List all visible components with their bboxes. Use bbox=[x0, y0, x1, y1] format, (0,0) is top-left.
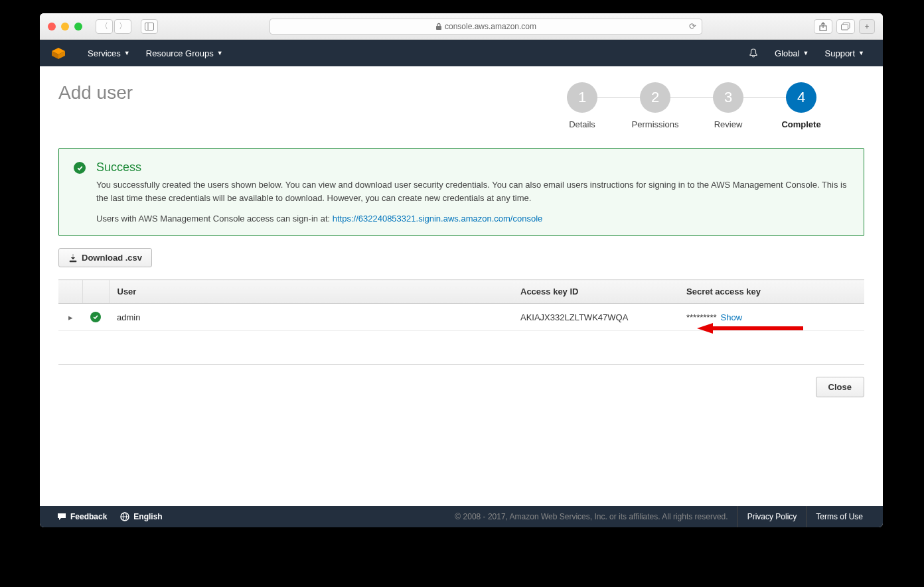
browser-new-tab-button[interactable]: + bbox=[859, 19, 875, 34]
browser-address-bar[interactable]: console.aws.amazon.com ⟳ bbox=[270, 19, 702, 34]
browser-back-button[interactable]: 〈 bbox=[96, 19, 113, 34]
page-title: Add user bbox=[58, 82, 133, 103]
wizard-step-label: Complete bbox=[781, 119, 820, 129]
table-row: ▸ admin AKIAJX332LZLTWK47WQA ********* S… bbox=[58, 304, 864, 331]
window-minimize-icon[interactable] bbox=[61, 23, 69, 31]
svg-rect-5 bbox=[842, 25, 848, 30]
chevron-down-icon: ▼ bbox=[124, 50, 130, 56]
wizard-step-number: 3 bbox=[713, 82, 743, 113]
signin-url-link[interactable]: https://632240853321.signin.aws.amazon.c… bbox=[333, 214, 543, 224]
wizard-step-permissions: 2 Permissions bbox=[619, 82, 692, 129]
row-secret-masked: ********* bbox=[686, 312, 717, 322]
page-header: Add user 1 Details 2 Permissions 3 Revie… bbox=[58, 82, 864, 129]
success-alert: Success You successfully created the use… bbox=[58, 148, 864, 236]
nav-region-label: Global bbox=[775, 48, 800, 58]
browser-reload-icon[interactable]: ⟳ bbox=[689, 21, 696, 31]
close-button[interactable]: Close bbox=[816, 377, 864, 397]
download-csv-label: Download .csv bbox=[82, 253, 142, 263]
footer-language[interactable]: English bbox=[114, 512, 169, 521]
browser-window: 〈 〉 console.aws.amazon.com ⟳ + bbox=[40, 13, 883, 527]
wizard-step-label: Details bbox=[569, 119, 595, 129]
table-header-user: User bbox=[109, 280, 512, 304]
nav-services[interactable]: Services ▼ bbox=[80, 40, 138, 66]
browser-url: console.aws.amazon.com bbox=[445, 22, 536, 31]
wizard-step-number: 1 bbox=[567, 82, 597, 113]
footer-language-label: English bbox=[133, 512, 162, 521]
browser-forward-button[interactable]: 〉 bbox=[114, 19, 131, 34]
chevron-down-icon: ▼ bbox=[217, 50, 223, 56]
bell-icon bbox=[748, 48, 759, 58]
lock-icon bbox=[435, 23, 442, 31]
aws-top-nav: Services ▼ Resource Groups ▼ Global ▼ Su… bbox=[40, 40, 883, 66]
wizard-step-review: 3 Review bbox=[692, 82, 765, 129]
footer-privacy-link[interactable]: Privacy Policy bbox=[737, 506, 807, 527]
page-actions: Close bbox=[58, 364, 864, 397]
footer-feedback[interactable]: Feedback bbox=[50, 512, 114, 521]
nav-resource-groups-label: Resource Groups bbox=[146, 48, 214, 58]
row-status-cell bbox=[82, 304, 109, 331]
download-icon bbox=[68, 253, 78, 263]
footer-feedback-label: Feedback bbox=[70, 512, 107, 521]
row-user-name: admin bbox=[109, 304, 512, 331]
browser-sidebar-button[interactable] bbox=[141, 19, 158, 34]
wizard-step-complete: 4 Complete bbox=[765, 82, 838, 129]
browser-share-button[interactable] bbox=[814, 19, 832, 34]
chevron-down-icon: ▼ bbox=[858, 50, 864, 56]
globe-icon bbox=[120, 512, 129, 521]
success-text: You successfully created the users shown… bbox=[96, 178, 850, 204]
row-secret-cell: ********* Show bbox=[678, 304, 864, 331]
success-signin-prefix: Users with AWS Management Console access… bbox=[96, 214, 333, 224]
window-controls bbox=[48, 23, 82, 31]
wizard-step-details: 1 Details bbox=[546, 82, 619, 129]
download-csv-button[interactable]: Download .csv bbox=[58, 248, 152, 267]
row-expand-toggle[interactable]: ▸ bbox=[58, 304, 82, 331]
wizard-step-label: Review bbox=[714, 119, 743, 129]
table-header-secret: Secret access key bbox=[678, 280, 864, 304]
svg-rect-0 bbox=[145, 23, 154, 30]
wizard-step-number: 2 bbox=[640, 82, 670, 113]
aws-logo-icon[interactable] bbox=[50, 45, 66, 61]
page-content: Add user 1 Details 2 Permissions 3 Revie… bbox=[40, 66, 883, 506]
window-maximize-icon[interactable] bbox=[74, 23, 82, 31]
table-header-row: User Access key ID Secret access key bbox=[58, 280, 864, 304]
row-success-icon bbox=[90, 312, 101, 322]
aws-footer: Feedback English © 2008 - 2017, Amazon W… bbox=[40, 506, 883, 527]
nav-resource-groups[interactable]: Resource Groups ▼ bbox=[138, 40, 231, 66]
wizard-step-label: Permissions bbox=[632, 119, 679, 129]
success-check-icon bbox=[74, 162, 86, 174]
close-button-label: Close bbox=[828, 382, 852, 392]
nav-region[interactable]: Global ▼ bbox=[767, 40, 817, 66]
nav-support[interactable]: Support ▼ bbox=[817, 40, 872, 66]
browser-nav-buttons: 〈 〉 bbox=[96, 19, 131, 34]
nav-services-label: Services bbox=[88, 48, 121, 58]
browser-right-controls: + bbox=[814, 19, 875, 34]
browser-chrome: 〈 〉 console.aws.amazon.com ⟳ + bbox=[40, 13, 883, 40]
table-header-status bbox=[82, 280, 109, 304]
speech-bubble-icon bbox=[57, 513, 66, 521]
show-secret-link[interactable]: Show bbox=[721, 312, 743, 322]
row-access-key-id: AKIAJX332LZLTWK47WQA bbox=[512, 304, 678, 331]
nav-notifications[interactable] bbox=[740, 40, 767, 66]
browser-tabs-button[interactable] bbox=[836, 19, 855, 34]
window-close-icon[interactable] bbox=[48, 23, 56, 31]
footer-terms-link[interactable]: Terms of Use bbox=[806, 506, 872, 527]
success-signin-line: Users with AWS Management Console access… bbox=[96, 214, 850, 224]
wizard-steps: 1 Details 2 Permissions 3 Review 4 Compl… bbox=[546, 82, 838, 129]
chevron-down-icon: ▼ bbox=[803, 50, 809, 56]
table-header-expand bbox=[58, 280, 82, 304]
svg-rect-2 bbox=[436, 26, 441, 30]
table-header-access-key: Access key ID bbox=[512, 280, 678, 304]
success-title: Success bbox=[96, 161, 850, 174]
nav-support-label: Support bbox=[825, 48, 856, 58]
wizard-step-number: 4 bbox=[786, 82, 816, 113]
footer-copyright: © 2008 - 2017, Amazon Web Services, Inc.… bbox=[455, 512, 737, 521]
users-table: User Access key ID Secret access key ▸ a… bbox=[58, 279, 864, 331]
